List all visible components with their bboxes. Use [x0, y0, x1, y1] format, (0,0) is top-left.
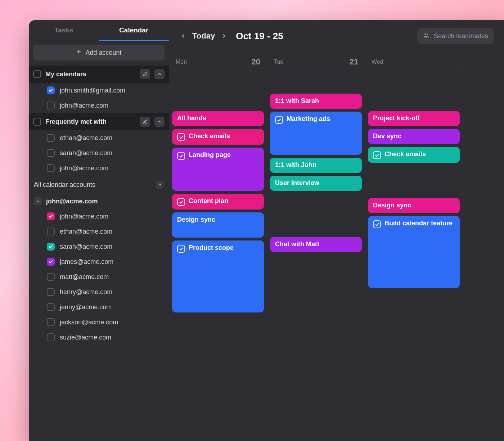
date-range-label: Oct 19 - 25	[236, 31, 283, 42]
calendar-item[interactable]: sarah@acme.com	[29, 145, 169, 161]
calendar-item[interactable]: jenny@acme.com	[29, 300, 169, 315]
account-calendars-list: john@acme.comethan@acme.comsarah@acme.co…	[29, 209, 169, 345]
task-checkbox[interactable]	[177, 198, 185, 206]
calendar-event[interactable]: Content plan	[172, 194, 264, 210]
day-number: 20	[252, 57, 260, 67]
checkbox[interactable]	[47, 86, 55, 94]
tab-calendar[interactable]: Calendar	[99, 20, 169, 41]
calendar-event[interactable]: Landing page	[172, 148, 264, 191]
calendar-event[interactable]: Check emails	[172, 129, 264, 145]
event-title: 1:1 with John	[275, 161, 316, 169]
calendar-label: john@acme.com	[60, 102, 108, 109]
day-number: 21	[350, 57, 358, 67]
calendar-event[interactable]: User interview	[270, 176, 362, 191]
calendar-label: ethan@acme.com	[60, 228, 112, 235]
calendar-event[interactable]: Project kick-off	[368, 111, 460, 126]
frequently-met-list: ethan@acme.comsarah@acme.comjohn@acme.co…	[29, 130, 169, 176]
checkbox[interactable]	[47, 303, 55, 311]
calendar-item[interactable]: ethan@acme.com	[29, 224, 169, 239]
checkbox[interactable]	[47, 258, 55, 266]
checkbox[interactable]	[47, 333, 55, 341]
edit-icon[interactable]	[140, 117, 150, 127]
day-column-mon[interactable]: All handsCheck emailsLanding pageContent…	[169, 108, 267, 441]
chevron-up-icon[interactable]	[154, 117, 165, 127]
prev-week-button[interactable]	[179, 32, 187, 40]
chevron-down-icon[interactable]	[34, 197, 42, 205]
event-title: Design sync	[373, 202, 411, 209]
calendar-label: jenny@acme.com	[60, 303, 112, 311]
calendar-item[interactable]: john.smith@gmail.com	[29, 83, 169, 98]
search-placeholder: Search teammates	[434, 32, 488, 40]
calendar-event[interactable]: Design sync	[172, 212, 264, 238]
calendar-label: matt@acme.com	[60, 273, 109, 281]
calendar-event[interactable]: Check emails	[368, 147, 460, 163]
next-week-button[interactable]	[220, 32, 228, 40]
calendar-event[interactable]: 1:1 with Sarah	[270, 94, 362, 109]
calendar-item[interactable]: jackson@acme.com	[29, 315, 169, 330]
checkbox[interactable]	[33, 70, 41, 78]
task-checkbox[interactable]	[373, 151, 381, 159]
checkbox[interactable]	[47, 212, 55, 220]
day-name: Wed	[372, 59, 383, 65]
tab-tasks[interactable]: Tasks	[29, 20, 99, 41]
task-checkbox[interactable]	[275, 116, 283, 124]
checkbox[interactable]	[47, 243, 55, 251]
calendar-event[interactable]: Chat with Matt	[270, 237, 362, 252]
event-title: Content plan	[189, 197, 228, 205]
chevron-up-icon[interactable]	[154, 69, 165, 79]
calendar-event[interactable]: Product scope	[172, 240, 264, 312]
people-icon	[423, 32, 429, 40]
edit-icon[interactable]	[140, 69, 150, 79]
add-account-button[interactable]: Add account	[33, 45, 165, 60]
task-checkbox[interactable]	[177, 245, 185, 253]
day-name: Tue	[274, 59, 283, 65]
section-title: All calendar accounts	[34, 181, 153, 189]
checkbox[interactable]	[33, 118, 41, 126]
section-all-accounts[interactable]: All calendar accounts	[29, 176, 169, 194]
calendar-item[interactable]: ethan@acme.com	[29, 130, 169, 145]
calendar-event[interactable]: Dev sync	[368, 129, 460, 144]
checkbox[interactable]	[47, 288, 55, 296]
checkbox[interactable]	[47, 273, 55, 281]
calendar-event[interactable]: 1:1 with John	[270, 158, 362, 173]
calendar-item[interactable]: matt@acme.com	[29, 269, 169, 284]
event-title: Check emails	[189, 132, 230, 140]
add-account-label: Add account	[85, 49, 121, 57]
event-title: User interview	[275, 179, 319, 187]
checkbox[interactable]	[47, 134, 55, 142]
section-frequently-met[interactable]: Frequently met with	[29, 113, 169, 130]
calendar-item[interactable]: john@acme.com	[29, 98, 169, 113]
task-checkbox[interactable]	[177, 133, 185, 141]
calendar-item[interactable]: suzie@acme.com	[29, 330, 169, 345]
event-title: Check emails	[384, 150, 426, 158]
calendar-event[interactable]: Marketing ads	[270, 112, 362, 155]
event-title: Dev sync	[373, 132, 401, 140]
calendar-item[interactable]: john@acme.com	[29, 209, 169, 224]
checkbox[interactable]	[47, 149, 55, 157]
checkbox[interactable]	[47, 164, 55, 172]
section-my-calendars[interactable]: My calendars	[29, 66, 169, 83]
calendar-label: john@acme.com	[60, 165, 108, 172]
chevron-down-icon[interactable]	[156, 181, 164, 189]
calendar-label: suzie@acme.com	[60, 334, 111, 341]
day-column-wed[interactable]: Project kick-offDev syncCheck emailsDesi…	[365, 108, 463, 441]
task-checkbox[interactable]	[373, 220, 381, 228]
checkbox[interactable]	[47, 318, 55, 326]
event-title: Chat with Matt	[275, 240, 319, 248]
day-column-tue[interactable]: 1:1 with SarahMarketing ads1:1 with John…	[267, 72, 365, 441]
calendar-event[interactable]: Build calendar feature	[368, 216, 460, 288]
checkbox[interactable]	[47, 228, 55, 235]
calendar-item[interactable]: henry@acme.com	[29, 284, 169, 300]
search-teammates-input[interactable]: Search teammates	[417, 28, 494, 44]
calendar-item[interactable]: james@acme.com	[29, 254, 169, 269]
checkbox[interactable]	[47, 102, 55, 109]
calendar-item[interactable]: john@acme.com	[29, 161, 169, 176]
calendar-item[interactable]: sarah@acme.com	[29, 239, 169, 254]
calendar-event[interactable]: All hands	[172, 111, 264, 126]
calendar-grid: All handsCheck emailsLanding pageContent…	[169, 72, 504, 441]
today-button[interactable]: Today	[192, 31, 215, 41]
account-row[interactable]: john@acme.com	[29, 194, 169, 209]
calendar-event[interactable]: Design sync	[368, 198, 460, 213]
task-checkbox[interactable]	[177, 152, 185, 160]
main-pane: Today Oct 19 - 25 Search teammates Mon 2…	[169, 20, 504, 441]
